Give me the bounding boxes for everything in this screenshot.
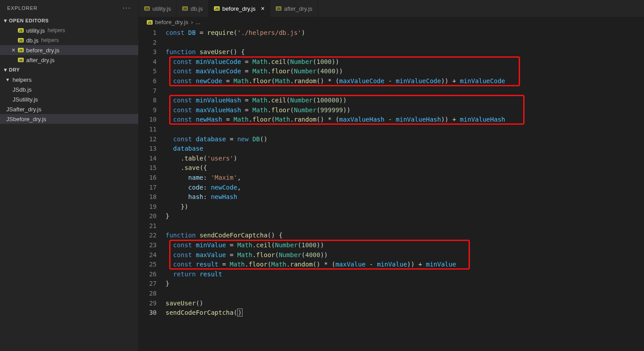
line-number: 17 bbox=[139, 183, 157, 193]
line-number: 30 bbox=[139, 308, 157, 318]
js-file-icon: JS bbox=[13, 86, 19, 93]
file-name: before_dry.js bbox=[26, 47, 60, 54]
project-header[interactable]: DRY bbox=[0, 65, 138, 75]
code-line[interactable]: const database = new DB() bbox=[166, 135, 644, 144]
line-number: 24 bbox=[139, 250, 157, 260]
folder-name: helpers bbox=[13, 76, 32, 83]
code-content[interactable]: const DB = require('./helpers/db.js')fun… bbox=[166, 28, 644, 351]
code-line[interactable]: code: newCode, bbox=[166, 183, 644, 193]
line-number: 6 bbox=[139, 76, 157, 86]
line-number: 8 bbox=[139, 96, 157, 106]
open-editor-item[interactable]: JSdb.jshelpers bbox=[0, 35, 138, 45]
line-number: 19 bbox=[139, 202, 157, 212]
code-line[interactable] bbox=[166, 125, 644, 135]
file-name: after_dry.js bbox=[26, 57, 55, 63]
close-tab-icon[interactable]: × bbox=[261, 5, 264, 12]
line-number: 27 bbox=[139, 279, 157, 289]
code-line[interactable]: sendCodeForCaptcha() bbox=[166, 308, 644, 318]
code-line[interactable]: const result = Math.floor(Math.random() … bbox=[166, 260, 644, 270]
editor-tab[interactable]: JSbefore_dry.js× bbox=[209, 0, 270, 17]
file-name: db.js bbox=[26, 37, 38, 44]
file-name: utility.js bbox=[19, 96, 38, 103]
tab-label: db.js bbox=[191, 5, 203, 12]
editor-tab[interactable]: JSafter_dry.js bbox=[270, 0, 318, 17]
breadcrumb[interactable]: JS before_dry.js › ... bbox=[139, 17, 644, 27]
code-line[interactable]: function saveUser() { bbox=[166, 47, 644, 57]
open-editor-item[interactable]: JSutility.jshelpers bbox=[0, 25, 138, 35]
line-number: 14 bbox=[139, 154, 157, 164]
code-line[interactable]: function sendCodeForCaptcha() { bbox=[166, 231, 644, 241]
js-file-icon: JS bbox=[18, 48, 24, 52]
file-path: helpers bbox=[41, 37, 59, 43]
tab-label: utility.js bbox=[153, 5, 171, 12]
code-line[interactable]: return result bbox=[166, 270, 644, 279]
code-line[interactable]: database bbox=[166, 144, 644, 154]
code-line[interactable]: const minValue = Math.ceil(Number(1000)) bbox=[166, 241, 644, 250]
line-number-gutter: 1234567891011121314151617181920212223242… bbox=[139, 28, 166, 351]
line-number: 10 bbox=[139, 115, 157, 125]
code-line[interactable]: const maxValue = Math.floor(Number(4000)… bbox=[166, 250, 644, 260]
explorer-title: EXPLORER bbox=[7, 5, 38, 11]
line-number: 7 bbox=[139, 86, 157, 96]
code-line[interactable]: .table('users') bbox=[166, 154, 644, 164]
line-number: 4 bbox=[139, 57, 157, 67]
code-line[interactable]: .save({ bbox=[166, 163, 644, 173]
line-number: 18 bbox=[139, 192, 157, 202]
file-item[interactable]: JSdb.js bbox=[0, 85, 138, 94]
code-line[interactable] bbox=[166, 221, 644, 231]
line-number: 16 bbox=[139, 173, 157, 183]
code-line[interactable]: const newCode = Math.floor(Math.random()… bbox=[166, 76, 644, 86]
open-editors-list: JSutility.jshelpersJSdb.jshelpers×JSbefo… bbox=[0, 25, 138, 65]
open-editors-header[interactable]: OPEN EDITORS bbox=[0, 16, 138, 25]
line-number: 3 bbox=[139, 47, 157, 57]
code-line[interactable]: const newHash = Math.floor(Math.random()… bbox=[166, 115, 644, 125]
folder-item[interactable]: helpers bbox=[0, 75, 138, 85]
open-editor-item[interactable]: ×JSbefore_dry.js bbox=[0, 45, 138, 55]
editor-tab[interactable]: JSdb.js bbox=[177, 0, 209, 17]
file-item[interactable]: JSbefore_dry.js bbox=[0, 114, 138, 124]
open-editor-item[interactable]: JSafter_dry.js bbox=[0, 55, 138, 65]
code-line[interactable]: const maxValueCode = Math.floor(Number(4… bbox=[166, 67, 644, 76]
line-number: 20 bbox=[139, 211, 157, 221]
js-file-icon: JS bbox=[214, 6, 220, 11]
chevron-down-icon bbox=[2, 17, 9, 24]
editor-main: JSutility.jsJSdb.jsJSbefore_dry.js×JSaft… bbox=[139, 0, 644, 351]
line-number: 13 bbox=[139, 144, 157, 154]
code-line[interactable]: hash: newHash bbox=[166, 192, 644, 202]
tab-label: before_dry.js bbox=[222, 5, 256, 12]
code-line[interactable]: const DB = require('./helpers/db.js') bbox=[166, 28, 644, 38]
code-line[interactable] bbox=[166, 289, 644, 299]
file-path: helpers bbox=[47, 27, 65, 34]
project-label: DRY bbox=[9, 67, 20, 72]
code-line[interactable] bbox=[166, 86, 644, 96]
line-number: 26 bbox=[139, 270, 157, 279]
explorer-sidebar: EXPLORER ··· OPEN EDITORS JSutility.jshe… bbox=[0, 0, 139, 351]
code-line[interactable]: name: 'Maxim', bbox=[166, 173, 644, 183]
line-number: 15 bbox=[139, 163, 157, 173]
code-line[interactable]: } bbox=[166, 211, 644, 221]
code-line[interactable]: }) bbox=[166, 202, 644, 212]
line-number: 1 bbox=[139, 28, 157, 38]
explorer-more-icon[interactable]: ··· bbox=[123, 4, 131, 12]
code-line[interactable]: const minValueCode = Math.ceil(Number(10… bbox=[166, 57, 644, 67]
line-number: 22 bbox=[139, 231, 157, 241]
code-line[interactable]: saveUser() bbox=[166, 299, 644, 309]
close-editor-icon[interactable]: × bbox=[9, 47, 18, 54]
code-line[interactable]: const minValueHash = Math.ceil(Number(10… bbox=[166, 96, 644, 106]
line-number: 23 bbox=[139, 241, 157, 250]
line-number: 11 bbox=[139, 125, 157, 135]
code-line[interactable]: const maxValueHash = Math.floor(Number(9… bbox=[166, 106, 644, 115]
js-file-icon: JS bbox=[147, 20, 153, 25]
line-number: 21 bbox=[139, 221, 157, 231]
editor-tab[interactable]: JSutility.js bbox=[139, 0, 177, 17]
file-name: utility.js bbox=[26, 27, 45, 34]
js-file-icon: JS bbox=[18, 38, 24, 42]
file-item[interactable]: JSafter_dry.js bbox=[0, 104, 138, 114]
code-line[interactable] bbox=[166, 38, 644, 48]
code-editor[interactable]: 1234567891011121314151617181920212223242… bbox=[139, 27, 644, 351]
js-file-icon: JS bbox=[6, 106, 13, 113]
js-file-icon: JS bbox=[18, 58, 24, 62]
code-line[interactable]: } bbox=[166, 279, 644, 289]
file-item[interactable]: JSutility.js bbox=[0, 94, 138, 104]
breadcrumb-file: before_dry.js bbox=[155, 19, 188, 25]
